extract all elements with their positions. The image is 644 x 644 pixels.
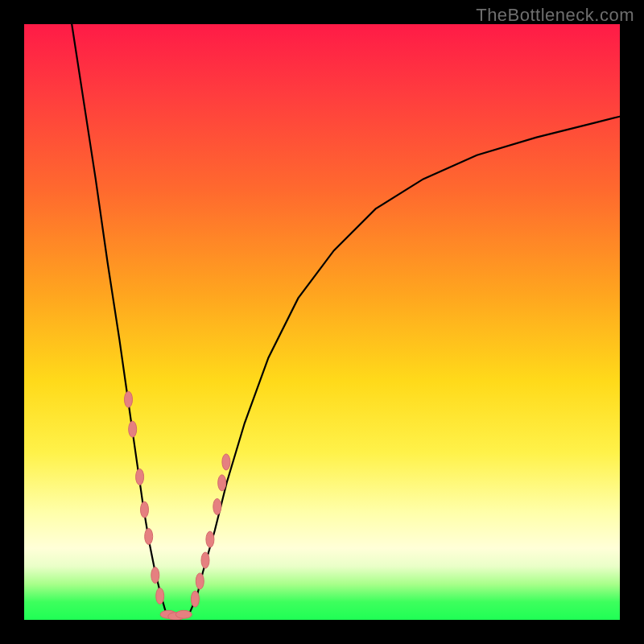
curve-layer	[24, 24, 620, 620]
data-point	[136, 469, 144, 485]
right-branch-markers	[191, 454, 230, 607]
valley-floor-markers	[160, 610, 192, 620]
data-point	[141, 502, 149, 518]
data-point	[218, 475, 226, 491]
left-branch-markers	[125, 391, 164, 604]
data-point	[125, 391, 133, 407]
curve-line	[72, 24, 620, 617]
data-point	[222, 454, 230, 470]
data-point	[151, 568, 159, 584]
data-point	[129, 421, 137, 437]
data-point	[191, 591, 199, 607]
bottleneck-curve	[72, 24, 620, 617]
data-point	[175, 610, 192, 618]
data-point	[213, 498, 221, 514]
data-point	[206, 531, 214, 547]
data-point	[196, 573, 204, 589]
plot-frame	[24, 24, 620, 620]
data-point	[201, 552, 209, 568]
watermark-text: TheBottleneck.com	[476, 5, 634, 26]
data-point	[156, 588, 164, 604]
data-point	[145, 528, 153, 544]
